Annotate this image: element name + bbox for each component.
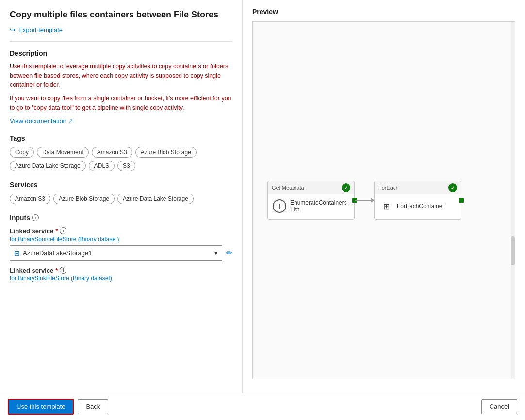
linked-service-2-label: Linked service * i bbox=[10, 267, 232, 274]
page-title: Copy multiple files containers between F… bbox=[10, 10, 232, 20]
cancel-button[interactable]: Cancel bbox=[481, 399, 517, 414]
inputs-info-icon: i bbox=[32, 214, 39, 221]
preview-canvas: Get Metadata i EnumerateContainersList bbox=[252, 21, 515, 379]
pipeline-diagram: Get Metadata i EnumerateContainersList bbox=[267, 181, 461, 220]
foreach-handle bbox=[459, 198, 464, 203]
services-container: Amazon S3 Azure Blob Storage Azure Data … bbox=[10, 194, 232, 204]
services-section: Services Amazon S3 Azure Blob Storage Az… bbox=[10, 181, 232, 204]
linked-service-1-dropdown[interactable]: ⊟ AzureDataLakeStorage1 ▾ bbox=[10, 245, 222, 261]
inputs-label: Inputs bbox=[10, 214, 30, 222]
foreach-check bbox=[448, 183, 457, 192]
tag-s3: S3 bbox=[117, 161, 135, 171]
tag-amazon-s3: Amazon S3 bbox=[92, 147, 132, 158]
export-label: Export template bbox=[18, 26, 63, 33]
export-icon: ↪ bbox=[10, 26, 16, 33]
export-template-link[interactable]: ↪ Export template bbox=[10, 26, 232, 33]
pipeline-node-foreach: ForEach ⊞ ForEachContainer bbox=[374, 181, 461, 220]
preview-title: Preview bbox=[252, 8, 515, 16]
tag-adls: ADLS bbox=[89, 161, 115, 171]
services-title: Services bbox=[10, 181, 232, 189]
view-documentation-link[interactable]: View documentation ↗ bbox=[10, 117, 232, 125]
tag-azure-data-lake-storage: Azure Data Lake Storage bbox=[10, 161, 86, 171]
node-foreach-body: ⊞ ForEachContainer bbox=[375, 194, 461, 218]
node-get-metadata-title: Get Metadata bbox=[272, 185, 304, 191]
edit-icon-1[interactable]: ✏ bbox=[226, 248, 232, 258]
tags-title: Tags bbox=[10, 134, 232, 142]
tags-section: Tags Copy Data Movement Amazon S3 Azure … bbox=[10, 134, 232, 171]
linked-service-2-sub: for BinarySinkFileStore (Binary dataset) bbox=[10, 275, 232, 282]
description-text-1: Use this template to leverage multiple c… bbox=[10, 62, 232, 89]
node-foreach-title: ForEach bbox=[378, 185, 399, 191]
bottom-bar: Use this template Back Cancel bbox=[0, 393, 525, 420]
required-star-1: * bbox=[55, 227, 58, 235]
node-get-metadata-header: Get Metadata bbox=[268, 181, 354, 194]
view-doc-label: View documentation bbox=[10, 117, 66, 125]
linked-service-1-info: i bbox=[60, 227, 66, 234]
ds-icon-1: ⊟ bbox=[14, 249, 20, 257]
linked-service-1-dropdown-row: ⊟ AzureDataLakeStorage1 ▾ ✏ bbox=[10, 245, 232, 261]
linked-service-2-text: Linked service bbox=[10, 267, 53, 274]
arrow-line bbox=[355, 200, 374, 201]
get-metadata-check bbox=[342, 183, 350, 192]
node-foreach-header: ForEach bbox=[375, 181, 461, 194]
external-link-icon: ↗ bbox=[68, 118, 73, 124]
back-button[interactable]: Back bbox=[78, 399, 108, 414]
required-star-2: * bbox=[55, 267, 58, 274]
pipeline-node-get-metadata: Get Metadata i EnumerateContainersList bbox=[267, 181, 355, 220]
node-get-metadata-body: i EnumerateContainersList bbox=[268, 194, 354, 218]
pipeline-connector bbox=[355, 200, 374, 201]
dropdown-chevron-1: ▾ bbox=[214, 249, 218, 257]
foreach-label: ForEachContainer bbox=[397, 203, 444, 210]
left-panel: Copy multiple files containers between F… bbox=[0, 0, 243, 393]
get-metadata-label: EnumerateContainersList bbox=[290, 199, 349, 213]
tag-copy: Copy bbox=[10, 147, 34, 158]
tag-azure-blob-storage: Azure Blob Storage bbox=[135, 147, 197, 158]
tags-container: Copy Data Movement Amazon S3 Azure Blob … bbox=[10, 147, 232, 171]
description-text-2: If you want to copy files from a single … bbox=[10, 94, 232, 113]
inputs-title: Inputs i bbox=[10, 214, 232, 222]
divider bbox=[10, 41, 232, 42]
linked-service-1-text: Linked service bbox=[10, 227, 53, 235]
service-azure-dls: Azure Data Lake Storage bbox=[117, 194, 194, 204]
right-panel: Preview Get Metadata i EnumerateContaine… bbox=[243, 0, 525, 393]
service-azure-blob: Azure Blob Storage bbox=[53, 194, 115, 204]
description-title: Description bbox=[10, 49, 232, 57]
linked-service-2-info: i bbox=[60, 267, 66, 274]
linked-service-1-value: AzureDataLakeStorage1 bbox=[23, 249, 92, 257]
linked-service-1-sub: for BinarySourceFileStore (Binary datase… bbox=[10, 236, 232, 242]
use-template-button[interactable]: Use this template bbox=[8, 399, 74, 415]
service-amazon-s3: Amazon S3 bbox=[10, 194, 50, 204]
inputs-section: Inputs i Linked service * i for BinarySo… bbox=[10, 214, 232, 282]
linked-service-1-label: Linked service * i bbox=[10, 227, 232, 235]
get-metadata-icon: i bbox=[273, 199, 286, 213]
scrollbar-track[interactable] bbox=[511, 22, 515, 379]
foreach-icon: ⊞ bbox=[379, 199, 393, 213]
tag-data-movement: Data Movement bbox=[37, 147, 89, 158]
scrollbar-thumb[interactable] bbox=[511, 236, 515, 265]
